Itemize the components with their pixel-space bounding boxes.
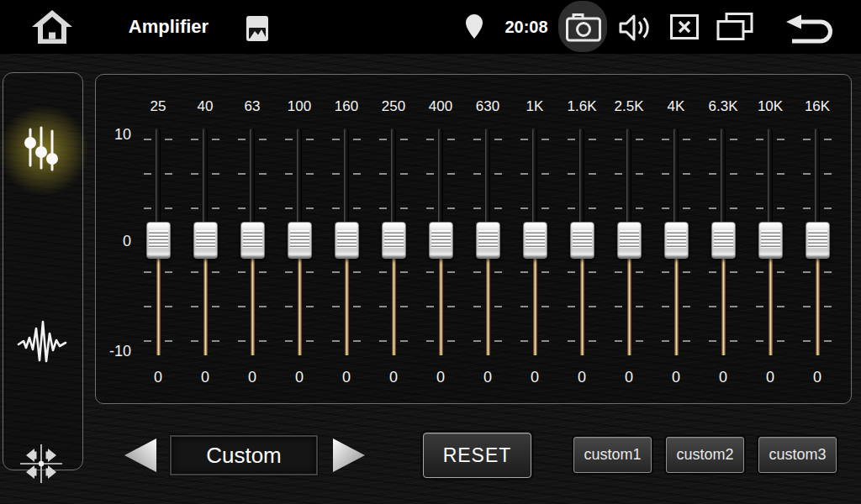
band-value-label: 0 <box>229 369 276 386</box>
eq-band: 2.5K 0 <box>605 75 652 403</box>
band-slider-knob[interactable] <box>288 222 312 259</box>
home-icon <box>31 9 73 45</box>
custom1-button[interactable]: custom1 <box>573 437 652 473</box>
band-frequency-label: 6.3K <box>700 98 747 115</box>
band-slider-knob[interactable] <box>664 222 689 259</box>
scale-label-max: 10 <box>98 125 131 144</box>
band-value-label: 0 <box>135 369 182 386</box>
reset-button[interactable]: RESET <box>423 433 531 478</box>
band-slider-knob[interactable] <box>806 222 830 259</box>
band-slider-knob[interactable] <box>523 222 547 259</box>
band-frequency-label: 400 <box>417 98 464 115</box>
band-value-label: 0 <box>464 369 511 386</box>
arrow-right-icon <box>331 437 367 474</box>
page-title: Amplifier <box>99 16 238 38</box>
gallery-button[interactable] <box>246 16 268 41</box>
band-value-label: 0 <box>700 369 747 386</box>
gallery-icon <box>246 16 268 41</box>
top-bar: Amplifier 20:08 <box>0 0 861 54</box>
band-slider-knob[interactable] <box>758 222 783 259</box>
custom3-button[interactable]: custom3 <box>758 437 837 473</box>
custom2-button[interactable]: custom2 <box>666 437 744 473</box>
eq-band: 160 0 <box>323 75 370 403</box>
band-frequency-label: 2.5K <box>605 98 652 115</box>
location-pin-icon <box>466 14 483 39</box>
location-indicator <box>466 14 483 39</box>
band-frequency-label: 4K <box>652 98 700 115</box>
band-slider-knob[interactable] <box>476 222 500 259</box>
scale-label-mid: 0 <box>98 232 131 250</box>
band-slider-knob[interactable] <box>570 222 594 259</box>
band-frequency-label: 16K <box>794 98 841 115</box>
preset-display[interactable]: Custom <box>170 435 318 475</box>
recent-apps-icon <box>716 13 753 41</box>
close-window-button[interactable] <box>670 14 699 39</box>
band-frequency-label: 630 <box>464 98 511 115</box>
band-slider-knob[interactable] <box>335 222 359 259</box>
band-frequency-label: 160 <box>323 98 370 115</box>
band-frequency-label: 63 <box>229 98 276 115</box>
band-value-label: 0 <box>276 369 323 386</box>
band-frequency-label: 25 <box>135 98 182 115</box>
eq-band: 100 0 <box>276 75 323 403</box>
band-value-label: 0 <box>652 369 700 386</box>
camera-icon <box>566 13 601 42</box>
screenshot-button[interactable] <box>566 13 601 42</box>
eq-band: 1K 0 <box>511 75 558 403</box>
band-value-label: 0 <box>747 369 794 386</box>
sidebar-item-speaker-balance[interactable] <box>17 439 71 493</box>
equalizer-sliders-icon <box>17 123 66 172</box>
eq-band: 250 0 <box>370 75 417 403</box>
equalizer-panel: 10 0 -10 25 0 40 0 63 0 100 0 160 0 <box>95 74 852 404</box>
band-frequency-label: 250 <box>370 98 417 115</box>
back-button[interactable] <box>782 10 836 45</box>
band-frequency-label: 100 <box>276 98 323 115</box>
band-frequency-label: 1.6K <box>558 98 605 115</box>
band-value-label: 0 <box>511 369 558 386</box>
preset-next-button[interactable] <box>331 437 367 474</box>
band-value-label: 0 <box>794 369 841 386</box>
band-slider-knob[interactable] <box>711 222 736 259</box>
volume-button[interactable] <box>618 13 652 43</box>
band-slider-knob[interactable] <box>146 222 171 259</box>
band-value-label: 0 <box>182 369 229 386</box>
band-frequency-label: 1K <box>511 98 558 115</box>
eq-band: 25 0 <box>135 75 182 403</box>
close-window-icon <box>670 14 699 39</box>
band-frequency-label: 40 <box>182 98 229 115</box>
eq-band: 630 0 <box>464 75 511 403</box>
eq-band: 16K 0 <box>794 75 841 403</box>
band-value-label: 0 <box>605 369 652 386</box>
recent-apps-button[interactable] <box>716 13 753 41</box>
band-value-label: 0 <box>370 369 417 386</box>
sidebar-item-equalizer[interactable] <box>17 123 71 177</box>
band-value-label: 0 <box>323 369 370 386</box>
band-slider-knob[interactable] <box>382 222 406 259</box>
arrow-left-icon <box>123 437 158 474</box>
band-slider-knob[interactable] <box>617 222 642 259</box>
eq-band: 40 0 <box>182 75 229 403</box>
band-slider-knob[interactable] <box>240 222 265 259</box>
eq-band: 10K 0 <box>747 75 794 403</box>
eq-band: 1.6K 0 <box>558 75 605 403</box>
band-value-label: 0 <box>558 369 605 386</box>
band-value-label: 0 <box>417 369 464 386</box>
home-button[interactable] <box>31 9 73 45</box>
band-slider-knob[interactable] <box>193 222 218 259</box>
volume-icon <box>618 13 652 43</box>
scale-label-min: -10 <box>98 342 131 360</box>
waveform-icon <box>17 318 67 367</box>
eq-band: 4K 0 <box>652 75 700 403</box>
band-frequency-label: 10K <box>747 98 794 115</box>
back-icon <box>782 10 836 45</box>
sidebar-item-sound-effect[interactable] <box>17 318 71 372</box>
band-slider-knob[interactable] <box>429 222 453 259</box>
eq-band: 400 0 <box>417 75 464 403</box>
eq-band: 6.3K 0 <box>700 75 747 403</box>
preset-prev-button[interactable] <box>123 437 158 474</box>
eq-band: 63 0 <box>229 75 276 403</box>
speaker-balance-icon <box>17 439 66 488</box>
clock: 20:08 <box>496 18 557 37</box>
sidebar <box>3 72 83 470</box>
